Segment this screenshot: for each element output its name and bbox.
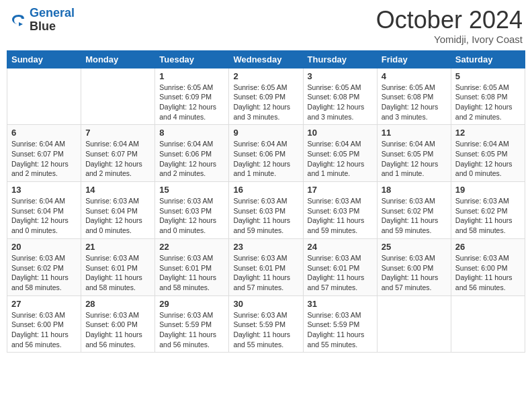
day-number: 3 bbox=[308, 71, 373, 81]
day-info: Sunrise: 6:04 AM Sunset: 6:05 PM Dayligh… bbox=[308, 139, 373, 179]
day-number: 10 bbox=[308, 128, 373, 138]
calendar-cell: 29Sunrise: 6:03 AM Sunset: 5:59 PM Dayli… bbox=[155, 295, 229, 353]
day-info: Sunrise: 6:03 AM Sunset: 6:00 PM Dayligh… bbox=[455, 253, 521, 293]
calendar-cell: 28Sunrise: 6:03 AM Sunset: 6:00 PM Dayli… bbox=[81, 295, 155, 353]
calendar-week-row: 13Sunrise: 6:04 AM Sunset: 6:04 PM Dayli… bbox=[7, 182, 525, 239]
day-number: 13 bbox=[11, 185, 77, 195]
calendar-week-row: 6Sunrise: 6:04 AM Sunset: 6:07 PM Daylig… bbox=[7, 125, 525, 182]
day-number: 27 bbox=[11, 299, 77, 309]
day-info: Sunrise: 6:03 AM Sunset: 6:03 PM Dayligh… bbox=[159, 196, 224, 236]
calendar-cell: 5Sunrise: 6:05 AM Sunset: 6:08 PM Daylig… bbox=[451, 68, 525, 125]
calendar-cell: 23Sunrise: 6:03 AM Sunset: 6:01 PM Dayli… bbox=[229, 238, 303, 295]
col-header-friday: Friday bbox=[377, 50, 451, 68]
calendar-cell: 25Sunrise: 6:03 AM Sunset: 6:00 PM Dayli… bbox=[377, 238, 451, 295]
calendar-cell: 31Sunrise: 6:03 AM Sunset: 5:59 PM Dayli… bbox=[303, 295, 377, 353]
day-number: 4 bbox=[382, 71, 447, 81]
col-header-saturday: Saturday bbox=[451, 50, 525, 68]
day-number: 26 bbox=[455, 242, 521, 252]
day-number: 29 bbox=[159, 299, 224, 309]
day-number: 6 bbox=[11, 128, 77, 138]
day-number: 12 bbox=[455, 128, 521, 138]
col-header-wednesday: Wednesday bbox=[229, 50, 303, 68]
calendar-cell: 21Sunrise: 6:03 AM Sunset: 6:01 PM Dayli… bbox=[81, 238, 155, 295]
day-info: Sunrise: 6:05 AM Sunset: 6:08 PM Dayligh… bbox=[382, 83, 447, 122]
calendar-cell: 6Sunrise: 6:04 AM Sunset: 6:07 PM Daylig… bbox=[7, 125, 81, 182]
day-number: 2 bbox=[233, 71, 298, 81]
calendar-cell bbox=[377, 295, 451, 353]
calendar-cell bbox=[81, 68, 155, 125]
day-info: Sunrise: 6:03 AM Sunset: 6:03 PM Dayligh… bbox=[308, 196, 373, 236]
calendar-cell: 22Sunrise: 6:03 AM Sunset: 6:01 PM Dayli… bbox=[155, 238, 229, 295]
day-number: 22 bbox=[159, 242, 224, 252]
calendar-cell: 18Sunrise: 6:03 AM Sunset: 6:02 PM Dayli… bbox=[377, 182, 451, 239]
day-number: 30 bbox=[233, 299, 298, 309]
day-info: Sunrise: 6:04 AM Sunset: 6:07 PM Dayligh… bbox=[85, 139, 150, 179]
logo-icon bbox=[9, 11, 28, 30]
day-number: 14 bbox=[85, 185, 150, 195]
day-info: Sunrise: 6:03 AM Sunset: 6:00 PM Dayligh… bbox=[11, 310, 77, 350]
calendar-cell: 19Sunrise: 6:03 AM Sunset: 6:02 PM Dayli… bbox=[451, 182, 525, 239]
calendar-cell: 13Sunrise: 6:04 AM Sunset: 6:04 PM Dayli… bbox=[7, 182, 81, 239]
calendar-week-row: 20Sunrise: 6:03 AM Sunset: 6:02 PM Dayli… bbox=[7, 238, 525, 295]
month-title: October 2024 bbox=[376, 7, 523, 34]
calendar-week-row: 27Sunrise: 6:03 AM Sunset: 6:00 PM Dayli… bbox=[7, 295, 525, 353]
day-info: Sunrise: 6:04 AM Sunset: 6:04 PM Dayligh… bbox=[11, 196, 77, 236]
location: Yomidji, Ivory Coast bbox=[376, 34, 523, 45]
calendar-cell: 27Sunrise: 6:03 AM Sunset: 6:00 PM Dayli… bbox=[7, 295, 81, 353]
day-info: Sunrise: 6:03 AM Sunset: 6:02 PM Dayligh… bbox=[11, 253, 77, 293]
day-info: Sunrise: 6:04 AM Sunset: 6:05 PM Dayligh… bbox=[455, 139, 521, 179]
calendar-cell: 4Sunrise: 6:05 AM Sunset: 6:08 PM Daylig… bbox=[377, 68, 451, 125]
day-number: 1 bbox=[159, 71, 224, 81]
day-info: Sunrise: 6:03 AM Sunset: 6:02 PM Dayligh… bbox=[382, 196, 447, 236]
day-number: 28 bbox=[85, 299, 150, 309]
day-number: 25 bbox=[382, 242, 447, 252]
day-info: Sunrise: 6:04 AM Sunset: 6:07 PM Dayligh… bbox=[11, 139, 77, 179]
day-info: Sunrise: 6:03 AM Sunset: 6:01 PM Dayligh… bbox=[85, 253, 150, 293]
title-area: October 2024 Yomidji, Ivory Coast bbox=[376, 7, 523, 45]
day-info: Sunrise: 6:04 AM Sunset: 6:06 PM Dayligh… bbox=[233, 139, 298, 179]
day-number: 20 bbox=[11, 242, 77, 252]
day-number: 21 bbox=[85, 242, 150, 252]
calendar-cell: 12Sunrise: 6:04 AM Sunset: 6:05 PM Dayli… bbox=[451, 125, 525, 182]
calendar-cell: 3Sunrise: 6:05 AM Sunset: 6:08 PM Daylig… bbox=[303, 68, 377, 125]
calendar-cell: 24Sunrise: 6:03 AM Sunset: 6:01 PM Dayli… bbox=[303, 238, 377, 295]
calendar-cell: 14Sunrise: 6:03 AM Sunset: 6:04 PM Dayli… bbox=[81, 182, 155, 239]
day-info: Sunrise: 6:03 AM Sunset: 6:01 PM Dayligh… bbox=[159, 253, 224, 293]
day-info: Sunrise: 6:05 AM Sunset: 6:09 PM Dayligh… bbox=[233, 83, 298, 122]
calendar-cell: 7Sunrise: 6:04 AM Sunset: 6:07 PM Daylig… bbox=[81, 125, 155, 182]
page-header: General Blue October 2024 Yomidji, Ivory… bbox=[7, 7, 525, 45]
day-info: Sunrise: 6:03 AM Sunset: 6:04 PM Dayligh… bbox=[85, 196, 150, 236]
calendar-cell: 20Sunrise: 6:03 AM Sunset: 6:02 PM Dayli… bbox=[7, 238, 81, 295]
col-header-monday: Monday bbox=[81, 50, 155, 68]
day-number: 18 bbox=[382, 185, 447, 195]
day-number: 5 bbox=[455, 71, 521, 81]
day-number: 8 bbox=[159, 128, 224, 138]
day-number: 17 bbox=[308, 185, 373, 195]
calendar-cell: 1Sunrise: 6:05 AM Sunset: 6:09 PM Daylig… bbox=[155, 68, 229, 125]
day-info: Sunrise: 6:03 AM Sunset: 6:01 PM Dayligh… bbox=[308, 253, 373, 293]
day-number: 9 bbox=[233, 128, 298, 138]
day-number: 19 bbox=[455, 185, 521, 195]
col-header-thursday: Thursday bbox=[303, 50, 377, 68]
calendar-cell: 16Sunrise: 6:03 AM Sunset: 6:03 PM Dayli… bbox=[229, 182, 303, 239]
day-info: Sunrise: 6:03 AM Sunset: 6:00 PM Dayligh… bbox=[85, 310, 150, 350]
calendar-table: SundayMondayTuesdayWednesdayThursdayFrid… bbox=[7, 50, 525, 353]
day-number: 7 bbox=[85, 128, 150, 138]
day-info: Sunrise: 6:03 AM Sunset: 5:59 PM Dayligh… bbox=[233, 310, 298, 350]
calendar-cell: 9Sunrise: 6:04 AM Sunset: 6:06 PM Daylig… bbox=[229, 125, 303, 182]
calendar-cell: 8Sunrise: 6:04 AM Sunset: 6:06 PM Daylig… bbox=[155, 125, 229, 182]
calendar-cell: 11Sunrise: 6:04 AM Sunset: 6:05 PM Dayli… bbox=[377, 125, 451, 182]
day-number: 31 bbox=[308, 299, 373, 309]
day-info: Sunrise: 6:03 AM Sunset: 6:01 PM Dayligh… bbox=[233, 253, 298, 293]
calendar-cell: 10Sunrise: 6:04 AM Sunset: 6:05 PM Dayli… bbox=[303, 125, 377, 182]
logo-text: General Blue bbox=[30, 7, 75, 34]
calendar-cell: 26Sunrise: 6:03 AM Sunset: 6:00 PM Dayli… bbox=[451, 238, 525, 295]
day-info: Sunrise: 6:03 AM Sunset: 5:59 PM Dayligh… bbox=[159, 310, 224, 350]
col-header-tuesday: Tuesday bbox=[155, 50, 229, 68]
calendar-header-row: SundayMondayTuesdayWednesdayThursdayFrid… bbox=[7, 50, 525, 68]
col-header-sunday: Sunday bbox=[7, 50, 81, 68]
day-info: Sunrise: 6:03 AM Sunset: 6:03 PM Dayligh… bbox=[233, 196, 298, 236]
calendar-week-row: 1Sunrise: 6:05 AM Sunset: 6:09 PM Daylig… bbox=[7, 68, 525, 125]
day-number: 23 bbox=[233, 242, 298, 252]
day-info: Sunrise: 6:03 AM Sunset: 5:59 PM Dayligh… bbox=[308, 310, 373, 350]
